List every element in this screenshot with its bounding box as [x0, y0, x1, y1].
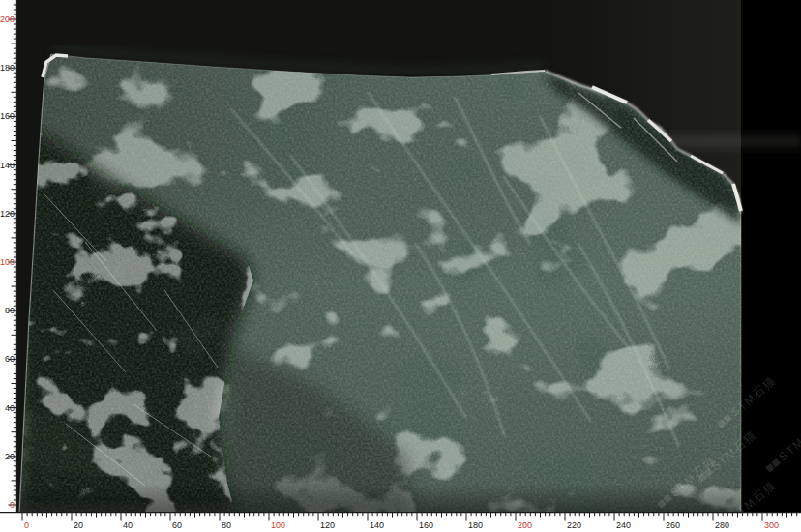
- ruler-label: 240: [616, 520, 631, 530]
- ruler-label: 180: [468, 520, 483, 530]
- ruler-left: 020406080100120140160180200: [0, 0, 17, 512]
- ruler-label: 120: [320, 520, 335, 530]
- ruler-label: 200: [518, 520, 532, 530]
- ruler-label: 100: [0, 257, 15, 267]
- ruler-label: 280: [715, 520, 729, 530]
- ruler-label: 180: [0, 63, 15, 73]
- scan-canvas[interactable]: [0, 0, 801, 532]
- ruler-label: 160: [0, 111, 15, 121]
- ruler-label: 120: [0, 209, 15, 219]
- ruler-label: 80: [5, 306, 15, 315]
- ruler-label: 40: [5, 403, 15, 413]
- ruler-strip: [0, 512, 801, 532]
- ruler-label: 300: [764, 520, 779, 530]
- ruler-label: 60: [5, 354, 15, 364]
- ruler-label: 140: [370, 520, 384, 530]
- ruler-label: 220: [567, 520, 581, 530]
- ruler-label: 140: [0, 161, 15, 170]
- ruler-label: 0: [24, 520, 29, 530]
- ruler-bottom: 0204060801001201401601802002202402602803…: [0, 512, 801, 532]
- ruler-label: 40: [123, 520, 133, 530]
- ruler-label: 80: [222, 520, 231, 530]
- ruler-strip: [0, 0, 17, 512]
- ruler-label: 160: [419, 520, 433, 530]
- slab-scanner-viewport: STM石猫 STM石猫 STM石猫 STM石猫 STM石猫 0204060801…: [0, 0, 801, 532]
- ruler-label: 20: [5, 452, 15, 461]
- ruler-label: 260: [666, 520, 680, 530]
- ruler-label: 100: [271, 520, 285, 530]
- ruler-label: 200: [0, 15, 15, 24]
- ruler-label: 20: [74, 520, 83, 530]
- ruler-label: 0: [10, 500, 15, 510]
- ruler-label: 60: [172, 520, 182, 530]
- slab-image: [14, 48, 747, 517]
